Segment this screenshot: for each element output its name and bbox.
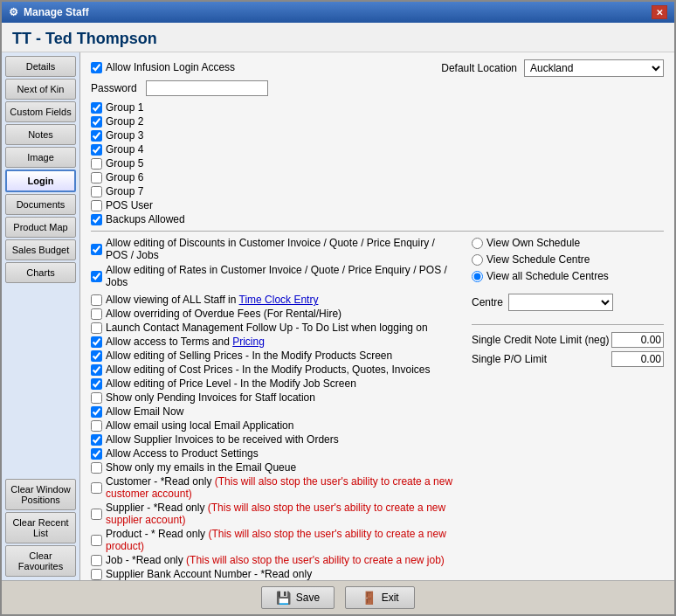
perm-contact-mgmt-checkbox[interactable] <box>91 322 102 334</box>
perm-supplier-readonly-checkbox[interactable] <box>91 509 102 520</box>
content-area: Details Next of Kin Custom Fields Notes … <box>2 52 674 580</box>
left-col: Allow editing of Discounts in Customer I… <box>91 237 454 580</box>
save-label: Save <box>296 592 320 604</box>
po-limit-label: Single P/O Limit <box>472 353 611 365</box>
group1-checkbox[interactable] <box>91 102 102 114</box>
perm-email-now-checkbox[interactable] <box>91 406 102 418</box>
group3-checkbox[interactable] <box>91 130 102 142</box>
two-col-section: Allow editing of Discounts in Customer I… <box>91 237 664 580</box>
perm-overdue-fees-checkbox[interactable] <box>91 308 102 320</box>
group4-checkbox[interactable] <box>91 144 102 156</box>
perm-view-all-staff-checkbox[interactable] <box>91 294 102 306</box>
sidebar-item-notes[interactable]: Notes <box>5 124 76 145</box>
backups-allowed-checkbox[interactable] <box>91 214 102 225</box>
centre-select[interactable] <box>508 294 613 311</box>
page-title: TT - Ted Thompson <box>2 23 674 52</box>
sidebar-item-next-of-kin[interactable]: Next of Kin <box>5 79 76 100</box>
credit-note-limit-input[interactable] <box>611 332 664 348</box>
sidebar-bottom: Clear Window Positions Clear Recent List… <box>5 479 76 577</box>
exit-icon: 🚪 <box>362 591 376 605</box>
right-col: View Own Schedule View Schedule Centre V… <box>472 237 664 580</box>
group6-checkbox[interactable] <box>91 172 102 183</box>
default-location-row: Default Location Auckland Wellington Chr… <box>441 59 664 77</box>
footer: 💾 Save 🚪 Exit <box>2 580 674 614</box>
perm-product-settings-checkbox[interactable] <box>91 448 102 460</box>
perm-job-readonly-checkbox[interactable] <box>91 555 102 566</box>
save-button[interactable]: 💾 Save <box>261 586 335 609</box>
po-limit-row: Single P/O Limit <box>472 351 664 367</box>
perm-discounts-checkbox[interactable] <box>91 244 102 255</box>
view-schedule-centre-radio[interactable] <box>472 254 483 266</box>
sidebar-item-details[interactable]: Details <box>5 56 76 77</box>
password-row: Password <box>91 80 664 96</box>
sidebar-item-charts[interactable]: Charts <box>5 262 76 283</box>
credit-note-limit-row: Single Credit Note Limit (neg) <box>472 332 664 348</box>
centre-row: Centre <box>472 294 664 311</box>
password-label: Password <box>91 82 139 94</box>
po-limit-input[interactable] <box>611 351 664 367</box>
perm-rates-checkbox[interactable] <box>91 271 102 282</box>
main-panel: Allow Infusion Login Access Default Loca… <box>80 52 674 580</box>
perm-terms-pricing-checkbox[interactable] <box>91 336 102 348</box>
perm-supplier-invoices-checkbox[interactable] <box>91 434 102 446</box>
sidebar-item-product-map[interactable]: Product Map <box>5 217 76 238</box>
default-location-select[interactable]: Auckland Wellington Christchurch <box>524 59 664 77</box>
default-location-label: Default Location <box>441 62 517 74</box>
clear-favourites-button[interactable]: Clear Favourites <box>5 545 76 577</box>
exit-label: Exit <box>382 592 399 604</box>
clear-recent-list-button[interactable]: Clear Recent List <box>5 512 76 543</box>
window-body: TT - Ted Thompson Details Next of Kin Cu… <box>2 23 674 614</box>
perm-local-email-checkbox[interactable] <box>91 420 102 432</box>
view-all-schedule-centres-radio[interactable] <box>472 271 483 282</box>
group5-checkbox[interactable] <box>91 158 102 170</box>
window-title: Manage Staff <box>24 6 89 18</box>
group7-checkbox[interactable] <box>91 186 102 197</box>
sidebar-item-image[interactable]: Image <box>5 147 76 168</box>
perm-selling-prices-checkbox[interactable] <box>91 350 102 362</box>
clear-window-positions-button[interactable]: Clear Window Positions <box>5 479 76 510</box>
pos-user-checkbox[interactable] <box>91 200 102 211</box>
perm-price-level-checkbox[interactable] <box>91 378 102 390</box>
centre-label: Centre <box>472 296 503 308</box>
limit-section: Single Credit Note Limit (neg) Single P/… <box>472 324 664 370</box>
perm-bank-account-readonly-checkbox[interactable] <box>91 569 102 580</box>
exit-button[interactable]: 🚪 Exit <box>345 586 415 609</box>
top-row: Allow Infusion Login Access Default Loca… <box>91 59 664 77</box>
allow-infusion-row: Allow Infusion Login Access <box>91 61 235 73</box>
sidebar-item-custom-fields[interactable]: Custom Fields <box>5 101 76 122</box>
perm-my-emails-checkbox[interactable] <box>91 462 102 474</box>
credit-note-limit-label: Single Credit Note Limit (neg) <box>472 334 611 346</box>
group2-checkbox[interactable] <box>91 116 102 128</box>
save-icon: 💾 <box>276 591 291 605</box>
perm-customer-readonly-checkbox[interactable] <box>91 482 102 494</box>
perm-pending-invoices-checkbox[interactable] <box>91 392 102 404</box>
sidebar: Details Next of Kin Custom Fields Notes … <box>2 52 80 580</box>
manage-staff-window: ⚙ Manage Staff ✕ TT - Ted Thompson Detai… <box>0 0 676 616</box>
allow-infusion-checkbox[interactable] <box>91 62 102 73</box>
groups-section: Group 1 Group 2 Group 3 Group 4 Group 5 … <box>91 101 664 225</box>
window-icon: ⚙ <box>9 6 18 18</box>
password-input[interactable] <box>146 80 268 96</box>
sidebar-item-documents[interactable]: Documents <box>5 194 76 215</box>
close-button[interactable]: ✕ <box>652 5 667 19</box>
allow-infusion-label: Allow Infusion Login Access <box>106 61 235 73</box>
sidebar-item-login[interactable]: Login <box>5 170 76 192</box>
sidebar-item-sales-budget[interactable]: Sales Budget <box>5 239 76 260</box>
perm-cost-prices-checkbox[interactable] <box>91 364 102 376</box>
view-own-schedule-radio[interactable] <box>472 238 483 249</box>
title-bar: ⚙ Manage Staff ✕ <box>2 2 674 23</box>
perm-product-readonly-checkbox[interactable] <box>91 535 102 546</box>
